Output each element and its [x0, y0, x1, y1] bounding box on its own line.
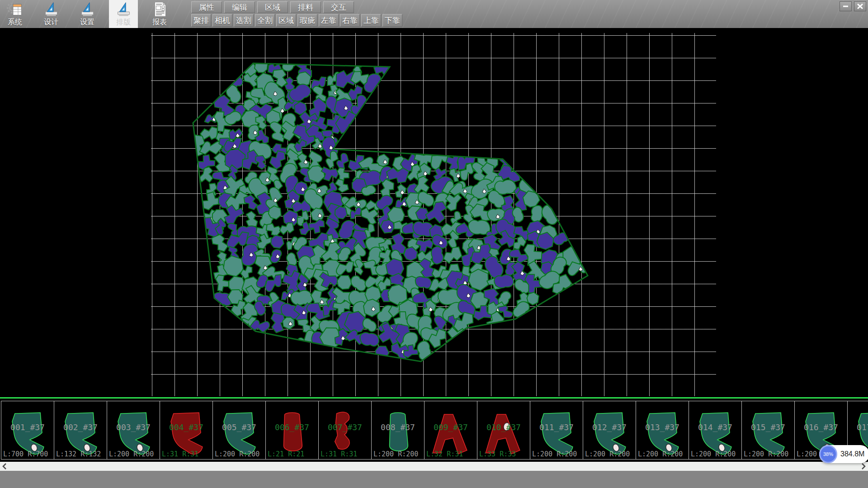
part-id-label: 017_#37 — [848, 422, 868, 432]
part-lr-count: L:32 R:31 — [426, 450, 463, 458]
part-id-label: 016_#37 — [795, 422, 847, 432]
action-button-全割[interactable]: 全割 — [255, 14, 275, 27]
part-thumbnail-003_#37[interactable]: 003_#37L:200 R:200 — [107, 401, 160, 460]
part-lr-count: L:200 R:200 — [585, 450, 630, 458]
part-thumbnail-001_#37[interactable]: 001_#37L:700 R:700 — [1, 401, 54, 460]
window-controls — [840, 1, 866, 11]
part-thumbnail-015_#37[interactable]: 015_#37L:200 R:200 — [741, 401, 795, 460]
part-lr-count: L:21 R:21 — [268, 450, 304, 458]
menu-tab-区域[interactable]: 区域 — [257, 1, 288, 13]
nested-piece — [417, 341, 431, 361]
action-button-瑕疵[interactable]: 瑕疵 — [297, 14, 317, 27]
part-id-label: 005_#37 — [213, 422, 265, 432]
part-thumbnail-004_#37[interactable]: 004_#37L:31 R:31 — [160, 401, 213, 460]
menu-tab-属性[interactable]: 属性 — [191, 1, 222, 13]
action-button-左靠[interactable]: 左靠 — [319, 14, 339, 27]
nested-piece — [279, 222, 294, 235]
nested-piece — [443, 247, 462, 264]
part-id-label: 002_#37 — [54, 422, 107, 432]
part-lr-count: L:200 R:200 — [691, 450, 736, 458]
part-thumbnail-007_#37[interactable]: 007_#37L:31 R:31 — [318, 401, 372, 460]
part-id-label: 011_#37 — [530, 422, 583, 432]
mode-button-label: 排版 — [116, 18, 131, 26]
menu-tab-编辑[interactable]: 编辑 — [224, 1, 255, 13]
part-lr-count: L:33 R:33 — [479, 450, 516, 458]
part-id-label: 007_#37 — [319, 422, 371, 432]
toolbar: 系统 设计 设置 — [0, 0, 868, 28]
mode-button-settings[interactable]: 设置 — [73, 0, 102, 28]
nested-piece — [539, 202, 561, 227]
action-button-下靠[interactable]: 下靠 — [382, 14, 402, 27]
menu-tab-row: 属性编辑区域排料交互 — [191, 1, 354, 13]
nested-piece — [359, 330, 381, 348]
part-thumbnail-014_#37[interactable]: 014_#37L:200 R:200 — [689, 401, 742, 460]
mode-button-label: 系统 — [8, 18, 22, 26]
part-id-label: 014_#37 — [689, 422, 741, 432]
mode-button-label: 设计 — [44, 18, 58, 26]
part-lr-count: L:31 R:31 — [162, 450, 198, 458]
close-icon — [857, 4, 863, 9]
part-id-label: 008_#37 — [372, 422, 424, 432]
application-window: 系统 设计 设置 — [0, 0, 868, 488]
nested-piece — [270, 234, 284, 249]
scroll-right-arrow-icon[interactable] — [859, 463, 867, 470]
size-label: 384.8M — [840, 450, 864, 458]
part-thumbnail-013_#37[interactable]: 013_#37L:200 R:200 — [636, 401, 689, 460]
scroll-left-arrow-icon[interactable] — [1, 463, 9, 470]
part-id-label: 015_#37 — [742, 422, 794, 432]
menu-tab-排料[interactable]: 排料 — [290, 1, 321, 13]
minimize-icon — [843, 4, 849, 9]
part-id-label: 012_#37 — [583, 422, 636, 432]
hide-with-nested-pieces — [0, 28, 868, 397]
action-button-上靠[interactable]: 上靠 — [361, 14, 381, 27]
nested-piece — [431, 247, 443, 264]
part-id-label: 010_#37 — [477, 422, 530, 432]
part-id-label: 001_#37 — [1, 422, 54, 432]
recorder-overlay-badge[interactable]: 38% 384.8M — [819, 445, 868, 463]
action-button-聚排[interactable]: 聚排 — [191, 14, 211, 27]
part-thumbnail-008_#37[interactable]: 008_#37L:200 R:200 — [371, 401, 425, 460]
mode-button-design[interactable]: 设计 — [37, 0, 66, 28]
close-button[interactable] — [854, 1, 866, 11]
gear-table-icon — [7, 1, 24, 18]
part-id-label: 004_#37 — [160, 422, 212, 432]
part-id-label: 003_#37 — [107, 422, 160, 432]
part-lr-count: L:200 R:200 — [109, 450, 154, 458]
part-thumbnail-011_#37[interactable]: 011_#37L:200 R:200 — [530, 401, 583, 460]
mode-button-nesting[interactable]: 排版 — [109, 0, 138, 28]
part-thumbnail-009_#37[interactable]: 009_#37L:32 R:31 — [424, 401, 477, 460]
parts-strip: 001_#37L:700 R:700002_#37L:132 R:132003_… — [0, 397, 868, 462]
mode-button-label: 设置 — [80, 18, 94, 26]
nested-piece — [291, 290, 313, 305]
part-lr-count: L:132 R:132 — [56, 450, 101, 458]
part-lr-count: L:200 R:200 — [638, 450, 683, 458]
action-button-相机[interactable]: 相机 — [212, 14, 232, 27]
parts-list: 001_#37L:700 R:700002_#37L:132 R:132003_… — [1, 401, 868, 460]
part-id-label: 006_#37 — [266, 422, 318, 432]
part-lr-count: L:700 R:700 — [3, 450, 48, 458]
nested-piece — [244, 210, 259, 228]
part-thumbnail-012_#37[interactable]: 012_#37L:200 R:200 — [583, 401, 636, 460]
mode-button-system[interactable]: 系统 — [0, 0, 29, 28]
part-thumbnail-002_#37[interactable]: 002_#37L:132 R:132 — [54, 401, 107, 460]
action-button-选割[interactable]: 选割 — [234, 14, 254, 27]
nesting-canvas[interactable] — [0, 28, 868, 397]
set-square-icon — [115, 1, 132, 18]
nested-piece — [215, 273, 230, 292]
nested-piece — [373, 344, 391, 361]
menu-tab-交互[interactable]: 交互 — [323, 1, 354, 13]
part-id-label: 013_#37 — [636, 422, 689, 432]
part-lr-count: L:200 R:200 — [373, 450, 418, 458]
part-thumbnail-006_#37[interactable]: 006_#37L:21 R:21 — [265, 401, 319, 460]
action-button-row: 聚排相机选割全割区域瑕疵左靠右靠上靠下靠 — [191, 14, 402, 27]
report-icon — [151, 1, 168, 18]
mode-button-report[interactable]: 报表 — [145, 0, 174, 28]
horizontal-scrollbar[interactable] — [0, 462, 868, 471]
minimize-button[interactable] — [840, 1, 852, 11]
part-thumbnail-005_#37[interactable]: 005_#37L:200 R:200 — [212, 401, 266, 460]
action-button-区域[interactable]: 区域 — [276, 14, 296, 27]
part-id-label: 009_#37 — [425, 422, 477, 432]
action-button-右靠[interactable]: 右靠 — [340, 14, 360, 27]
part-thumbnail-010_#37[interactable]: 010_#37L:33 R:33 — [477, 401, 530, 460]
part-lr-count: L:200 R:200 — [532, 450, 577, 458]
